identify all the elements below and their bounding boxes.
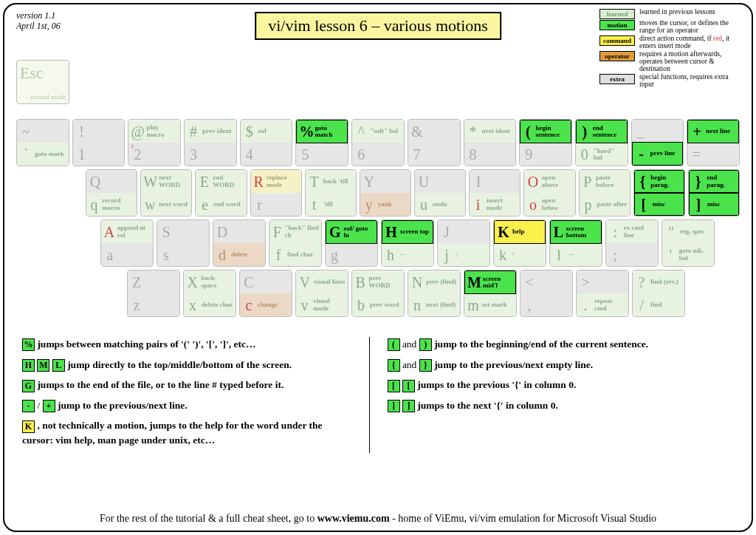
footer: For the rest of the tutorial & a full ch… [4,513,752,525]
key: Qqrecord macro [86,169,137,217]
key-half: 6 [352,143,404,166]
key-half: & [408,120,460,143]
key: Hscreen toph← [381,219,434,267]
legend-desc-extra: special functions, requires extra input [639,74,743,89]
key-row-4: ZzXback- spacexdelete charCcchangeVvisua… [127,270,743,317]
key-half: Mscreen mid'l [464,270,516,294]
key-half: .repeat cmd [577,293,628,316]
key: $eol4 [240,119,293,166]
key-half: *next ident [464,120,516,143]
tip-line: - / + jump to the previous/next line. [22,398,354,413]
legend-swatch-command: command [599,35,635,46]
key: *next ident8 [464,119,517,166]
key: Tback 'tillt'till [305,169,357,217]
mini-key: ] [402,400,415,412]
mini-key: % [22,338,35,351]
key-half: D [213,220,265,243]
mini-key: + [43,400,55,412]
key-half: S [157,220,209,243]
page-title: vi/vim lesson 6 – various motions [255,12,501,40]
tip-line: % jumps between matching pairs of '(' ')… [22,337,354,352]
legend-swatch-learned: learned [599,9,635,19]
key-half: r [251,193,301,216]
tip-line: ] ] jumps to the next '{' in column 0. [388,398,720,413]
key: ~`goto mark [16,119,69,166]
key-half: %goto match [296,120,348,143]
key-half: l→ [550,244,602,266]
key-half: bprev word [352,293,404,316]
key: {begin parag.[misc [633,169,685,217]
key-half: ]misc [689,193,739,216]
key-half: 0"hard" bol [576,143,628,166]
key: ^"soft" bol6 [351,119,405,166]
key-half: ~ [17,120,69,143]
key-half: J [438,220,489,243]
key-half: oopen below [524,193,574,216]
key-half: k↑ [494,244,546,266]
key-half: Nprev (find) [408,270,460,293]
key: Geof/ goto lng [325,219,378,267]
version-line2: April 1st, 06 [16,21,61,31]
key-half: }end parag. [689,170,739,193]
key: }end parag.]misc [688,169,740,217]
esc-sublabel: normal mode [20,93,66,100]
legend-desc-operator: requires a motion afterwards, operates b… [639,51,743,73]
key: Oopen aboveoopen below [523,169,575,217]
tip-line: [ [ jumps to the previous '{' in column … [388,378,720,392]
key-half: (begin sentence [520,120,571,143]
key: (begin sentence9 [519,119,572,166]
key-half: 1 [73,143,125,166]
key-half: iinsert mode [470,193,520,216]
mini-key: H [22,359,35,372]
tip-line: K , not technically a motion, jumps to t… [22,418,354,447]
key: ?find (rev.)/find [632,270,685,317]
key: +next line= [687,119,740,166]
key: F"back" find chffind char [269,219,322,267]
key: %goto match5 [295,119,348,166]
key-half: mset mark [464,294,516,316]
key: !1 [72,119,126,166]
key-half: $eol [241,120,292,143]
key: Xback- spacexdelete char [183,270,236,317]
key: Lscreen bottoml→ [549,219,602,267]
key-half: 4 [241,143,292,166]
key-half: ?find (rev.) [633,270,684,293]
esc-key: Esc normal mode [16,60,69,104]
tip-line: H M L jump directly to the top/middle/bo… [22,358,354,372]
key-half: ! [73,120,125,143]
key-half: Lscreen bottom [550,220,602,244]
key-half: a [101,243,153,266]
key-half: 8 [464,143,516,166]
key-half: -prev line [632,142,684,166]
legend-desc-motion: moves the cursor, or defines the range f… [639,20,743,35]
key-half: Geof/ goto ln [326,220,377,244]
tip-line: { and } jump to the previous/next empty … [388,358,720,372]
tips-right-col: ( and ) jump to the beginning/end of the… [369,337,735,453]
key-half: 7 [408,143,460,166]
key-half: eend word [196,193,246,216]
legend-swatch-operator: operator [599,51,635,61]
key-half: {begin parag. [634,170,684,193]
key-half: 'goto mk. bol [662,243,714,266]
key-half: Q [86,170,137,193]
key: @play macro22 [128,119,181,166]
key: #prev ident3 [184,119,237,166]
key-row-3: Aappend at eolaSsDddeleteF"back" find ch… [100,219,743,267]
key-row-2: Qqrecord macroWnext WORDwnext wordEend W… [86,169,743,217]
key-half: Y [360,170,410,193]
esc-label: Esc [20,64,66,83]
key-half: z [128,293,179,316]
key: Ppaste beforeppaste after [579,169,630,217]
key-half: uundo [415,193,465,216]
mini-key: [ [388,380,400,392]
key: Iiinsert mode [469,169,520,217]
key-half: C [240,270,292,293]
key-half: `goto mark [17,143,69,166]
legend: learnedlearned in previous lessons motio… [599,9,743,89]
footer-pre: For the rest of the tutorial & a full ch… [100,513,317,524]
key-half: ddelete [213,243,265,266]
key-half: 9 [520,143,571,166]
key-half: s [157,243,209,266]
key-half: F"back" find ch [269,220,321,243]
key: Ccchange [239,270,292,317]
